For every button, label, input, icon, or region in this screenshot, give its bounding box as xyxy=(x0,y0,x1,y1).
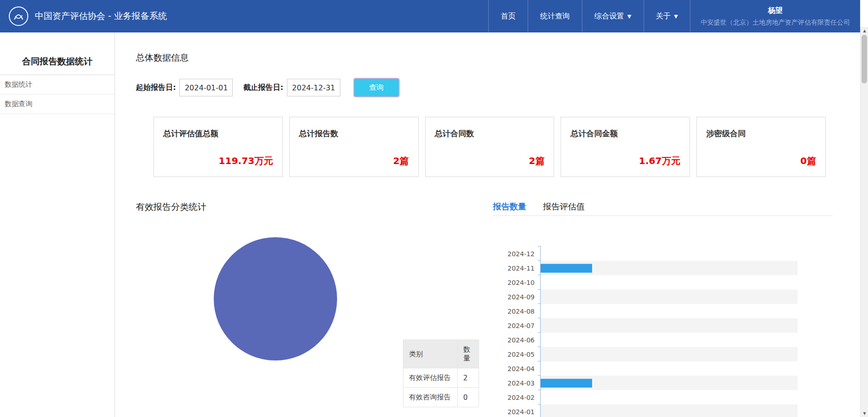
card-value: 0篇 xyxy=(800,155,816,167)
card-value: 1.67万元 xyxy=(639,155,680,167)
bar-category-label: 2024-05 xyxy=(493,347,540,361)
sidebar-item-data-query[interactable]: 数据查询 xyxy=(0,95,115,114)
bar-track xyxy=(540,246,798,261)
card-label: 总计合同数 xyxy=(435,128,545,139)
nav-item-label: 综合设置 xyxy=(594,12,624,21)
count-cell: 0 xyxy=(458,388,479,407)
bar-category-label: 2024-11 xyxy=(493,261,540,275)
bar-track xyxy=(540,275,798,290)
bar-track xyxy=(540,361,798,376)
bar-category-label: 2024-06 xyxy=(493,333,540,347)
pie-chart-title: 有效报告分类统计 xyxy=(136,201,493,213)
tab-report-value[interactable]: 报告评估值 xyxy=(543,201,585,212)
brand: 中国资产评估协会 - 业务报备系统 xyxy=(8,0,167,32)
bar-row: 2024-11 xyxy=(493,261,798,275)
bar-row: 2024-09 xyxy=(493,290,798,304)
bar-row: 2024-08 xyxy=(493,304,798,318)
end-date-input[interactable] xyxy=(287,79,340,96)
table-row: 有效评估报告 2 xyxy=(403,368,479,388)
charts-row: 有效报告分类统计 类别 数量 有效评估报告 2 xyxy=(136,201,860,417)
nav-item-label: 关于 xyxy=(656,12,671,21)
column-header-count: 数量 xyxy=(458,340,479,368)
scrollbar-track[interactable]: ▲ ▼ xyxy=(860,27,868,417)
bar-category-label: 2024-04 xyxy=(493,361,540,376)
card-label: 涉密级合同 xyxy=(706,128,816,139)
scrollbar-thumb[interactable] xyxy=(862,35,867,83)
filter-bar: 起始报告日: 截止报告日: 查询 xyxy=(136,78,860,97)
chevron-down-icon: ▼ xyxy=(627,13,631,19)
card-total-contracts: 总计合同数 2篇 xyxy=(425,117,555,177)
bar-row: 2024-02 xyxy=(493,390,798,404)
logo-icon xyxy=(8,6,29,26)
bar-row: 2024-06 xyxy=(493,333,798,347)
nav-item-stats-query[interactable]: 统计查询 xyxy=(528,0,582,32)
count-cell: 2 xyxy=(458,368,479,388)
category-cell: 有效评估报告 xyxy=(403,368,458,388)
sidebar: 合同报告数据统计 数据统计 数据查询 xyxy=(0,32,115,417)
bar-row: 2024-12 xyxy=(493,246,798,261)
nav-item-label: 统计查询 xyxy=(540,12,570,21)
top-navbar: 中国资产评估协会 - 业务报备系统 首页 统计查询 综合设置 ▼ 关于 ▼ 杨望… xyxy=(0,0,860,32)
bar-category-label: 2024-07 xyxy=(493,318,540,333)
stat-cards: 总计评估值总额 119.73万元 总计报告数 2篇 总计合同数 2篇 总计合同金… xyxy=(153,117,826,177)
page-title: 总体数据信息 xyxy=(136,52,860,64)
nav-item-about[interactable]: 关于 ▼ xyxy=(644,0,690,32)
nav-item-home[interactable]: 首页 xyxy=(488,0,528,32)
nav-item-label: 首页 xyxy=(501,12,516,21)
bar-row: 2024-01 xyxy=(493,404,798,417)
query-button[interactable]: 查询 xyxy=(353,78,400,97)
scrollbar[interactable]: ▲ ▼ xyxy=(860,0,868,417)
bar-track xyxy=(540,347,798,361)
user-company: 中安盛世（北京）土地房地产资产评估有限责任公司 xyxy=(701,19,850,27)
category-table: 类别 数量 有效评估报告 2 有效咨询报告 0 xyxy=(403,340,479,407)
scroll-down-icon[interactable]: ▼ xyxy=(861,410,868,417)
nav-item-settings[interactable]: 综合设置 ▼ xyxy=(582,0,643,32)
column-header-category: 类别 xyxy=(403,340,458,368)
main-nav: 首页 统计查询 综合设置 ▼ 关于 ▼ xyxy=(488,0,690,32)
bar-row: 2024-04 xyxy=(493,361,798,376)
bar-category-label: 2024-02 xyxy=(493,390,540,404)
user-name: 杨望 xyxy=(768,6,783,16)
bar-track xyxy=(540,304,798,318)
card-value: 2篇 xyxy=(529,155,544,167)
card-value: 2篇 xyxy=(393,155,409,167)
bar-row: 2024-05 xyxy=(493,347,798,361)
tab-report-count[interactable]: 报告数量 xyxy=(493,201,526,212)
card-total-appraisal-value: 总计评估值总额 119.73万元 xyxy=(153,117,283,177)
bar-section: 报告数量 报告评估值 2024-122024-112024-102024-092… xyxy=(493,201,860,417)
category-cell: 有效咨询报告 xyxy=(403,388,458,407)
bar-track xyxy=(540,318,798,333)
start-date-input[interactable] xyxy=(179,79,233,96)
bar-track xyxy=(540,333,798,347)
bar-row: 2024-03 xyxy=(493,376,798,390)
user-info: 杨望 中安盛世（北京）土地房地产资产评估有限责任公司 xyxy=(690,0,860,32)
bar-row: 2024-10 xyxy=(493,275,798,290)
scroll-up-icon[interactable]: ▲ xyxy=(861,27,868,34)
bar xyxy=(541,379,592,387)
card-label: 总计评估值总额 xyxy=(163,128,273,139)
card-confidential-contracts: 涉密级合同 0篇 xyxy=(696,117,826,177)
bar-track xyxy=(540,390,798,404)
bar-category-label: 2024-12 xyxy=(493,246,540,261)
table-header-row: 类别 数量 xyxy=(403,340,479,368)
bar-track xyxy=(540,261,798,275)
bar-row: 2024-07 xyxy=(493,318,798,333)
bar-track xyxy=(540,376,798,390)
bar-category-label: 2024-09 xyxy=(493,290,540,304)
bar-category-label: 2024-08 xyxy=(493,304,540,318)
bar-category-label: 2024-10 xyxy=(493,275,540,290)
card-total-contract-amount: 总计合同金额 1.67万元 xyxy=(561,117,690,177)
end-date-label: 截止报告日: xyxy=(243,83,283,93)
bar xyxy=(541,264,592,272)
sidebar-item-data-stats[interactable]: 数据统计 xyxy=(0,75,115,95)
page-layout: 合同报告数据统计 数据统计 数据查询 总体数据信息 起始报告日: 截止报告日: … xyxy=(0,32,860,417)
bar-track xyxy=(540,290,798,304)
bar-track xyxy=(540,404,798,417)
app-title: 中国资产评估协会 - 业务报备系统 xyxy=(35,10,167,22)
table-row: 有效咨询报告 0 xyxy=(403,388,479,407)
card-value: 119.73万元 xyxy=(219,155,273,167)
sidebar-title: 合同报告数据统计 xyxy=(0,56,115,75)
pie-chart xyxy=(214,237,337,360)
chevron-down-icon: ▼ xyxy=(674,13,678,19)
bar-category-label: 2024-01 xyxy=(493,404,540,417)
